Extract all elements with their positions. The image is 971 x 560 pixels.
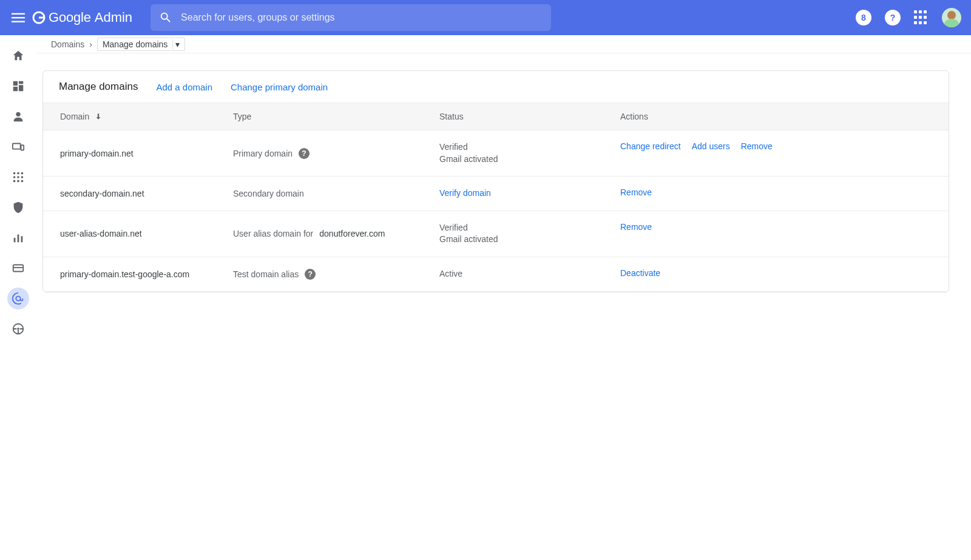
status-text: Active xyxy=(439,268,620,280)
svg-point-9 xyxy=(16,112,20,116)
header-actions: 8 ? xyxy=(856,8,961,27)
svg-rect-22 xyxy=(18,235,19,243)
col-header-actions: Actions xyxy=(620,112,932,121)
cell-status: VerifiedGmail activated xyxy=(439,141,620,165)
cell-type: Primary domain? xyxy=(233,141,439,165)
svg-rect-11 xyxy=(21,145,24,150)
cell-actions: Deactivate xyxy=(620,268,932,280)
table-row: primary-domain.netPrimary domain?Verifie… xyxy=(43,130,949,177)
svg-rect-7 xyxy=(19,85,23,91)
hamburger-menu[interactable] xyxy=(10,9,27,26)
help-button[interactable]: ? xyxy=(885,10,901,25)
rail-shield-icon[interactable] xyxy=(7,197,29,218)
action-add-users[interactable]: Add users xyxy=(692,141,730,151)
change-primary-link[interactable]: Change primary domain xyxy=(231,82,328,92)
svg-point-17 xyxy=(21,176,24,178)
help-icon[interactable]: ? xyxy=(305,269,316,280)
rail-devices-icon[interactable] xyxy=(7,136,29,158)
logo[interactable]: Google Admin xyxy=(32,10,132,25)
chevron-right-icon: › xyxy=(89,39,92,49)
svg-point-14 xyxy=(21,172,24,175)
svg-point-19 xyxy=(17,180,19,183)
cell-domain: primary-domain.test-google-a.com xyxy=(60,268,233,280)
col-header-domain-label: Domain xyxy=(60,112,89,121)
analytics-icon xyxy=(12,231,25,245)
svg-rect-23 xyxy=(21,236,23,242)
col-header-status[interactable]: Status xyxy=(439,112,620,121)
account-badge[interactable]: 8 xyxy=(856,10,871,25)
svg-point-13 xyxy=(17,172,19,175)
rail-analytics-icon[interactable] xyxy=(7,227,29,249)
svg-point-20 xyxy=(21,180,24,183)
table-body: primary-domain.netPrimary domain?Verifie… xyxy=(43,130,949,292)
devices-icon xyxy=(12,140,25,153)
table-row: user-alias-domain.netUser alias domain f… xyxy=(43,211,949,257)
sort-desc-icon xyxy=(94,112,103,121)
chevron-down-icon: ▾ xyxy=(172,39,182,49)
status-text: Verified xyxy=(439,222,620,234)
table-header: Domain Type Status Actions xyxy=(43,103,949,130)
nav-rail xyxy=(0,35,36,340)
cell-type: Test domain alias? xyxy=(233,268,439,280)
action-remove[interactable]: Remove xyxy=(620,222,652,232)
breadcrumb-current-label: Manage domains xyxy=(103,39,167,49)
svg-rect-21 xyxy=(14,238,16,242)
svg-rect-5 xyxy=(13,81,18,86)
svg-rect-25 xyxy=(13,267,24,268)
status-text: Verified xyxy=(439,141,620,153)
main-content: Domains › Manage domains ▾ Manage domain… xyxy=(36,35,971,340)
status-text: Gmail activated xyxy=(439,234,620,246)
action-change-redirect[interactable]: Change redirect xyxy=(620,141,681,151)
col-header-type[interactable]: Type xyxy=(233,112,439,121)
svg-point-27 xyxy=(17,328,19,330)
svg-rect-1 xyxy=(12,17,25,18)
action-remove[interactable]: Remove xyxy=(620,187,652,197)
apps-launcher-icon[interactable] xyxy=(914,10,929,25)
rail-at-sign-icon[interactable] xyxy=(7,288,29,309)
rail-apps-grid-icon[interactable] xyxy=(7,166,29,188)
cell-actions: Remove xyxy=(620,222,932,246)
billing-icon xyxy=(12,261,25,275)
svg-rect-10 xyxy=(13,144,21,149)
google-logo-icon xyxy=(32,10,46,25)
steering-icon xyxy=(12,322,25,336)
add-domain-link[interactable]: Add a domain xyxy=(156,82,212,92)
rail-dashboard-icon[interactable] xyxy=(7,75,29,97)
svg-rect-6 xyxy=(19,81,23,84)
card-header: Manage domains Add a domain Change prima… xyxy=(43,71,949,103)
rail-home-icon[interactable] xyxy=(7,45,29,67)
cell-actions: Remove xyxy=(620,187,932,200)
verify-domain-link[interactable]: Verify domain xyxy=(439,187,620,200)
svg-point-15 xyxy=(13,176,16,178)
action-deactivate[interactable]: Deactivate xyxy=(620,268,660,278)
col-header-domain[interactable]: Domain xyxy=(60,112,233,121)
svg-rect-0 xyxy=(12,13,25,15)
cell-status: Verify domain xyxy=(439,187,620,200)
apps-grid-icon xyxy=(12,170,25,184)
rail-person-icon[interactable] xyxy=(7,106,29,127)
at-sign-icon xyxy=(12,292,25,305)
rail-billing-icon[interactable] xyxy=(7,257,29,279)
svg-point-16 xyxy=(17,176,19,178)
breadcrumb-root[interactable]: Domains xyxy=(51,39,84,49)
avatar[interactable] xyxy=(942,8,961,27)
help-icon[interactable]: ? xyxy=(299,148,310,159)
search-input[interactable] xyxy=(181,12,543,23)
action-remove[interactable]: Remove xyxy=(741,141,773,151)
table-row: secondary-domain.netSecondary domainVeri… xyxy=(43,177,949,211)
svg-point-12 xyxy=(13,172,16,175)
cell-status: VerifiedGmail activated xyxy=(439,222,620,246)
home-icon xyxy=(12,49,25,62)
shield-icon xyxy=(12,201,25,214)
card-title: Manage domains xyxy=(59,81,138,93)
cell-domain: secondary-domain.net xyxy=(60,187,233,200)
cell-type: User alias domain for donutforever.com xyxy=(233,222,439,246)
search-bar[interactable] xyxy=(151,4,551,31)
breadcrumb-current-dropdown[interactable]: Manage domains ▾ xyxy=(97,38,185,51)
svg-rect-4 xyxy=(39,17,44,19)
cell-domain: primary-domain.net xyxy=(60,141,233,165)
cell-actions: Change redirectAdd usersRemove xyxy=(620,141,932,165)
logo-product: Admin xyxy=(95,10,132,25)
svg-rect-8 xyxy=(13,87,18,91)
rail-steering-icon[interactable] xyxy=(7,318,29,340)
